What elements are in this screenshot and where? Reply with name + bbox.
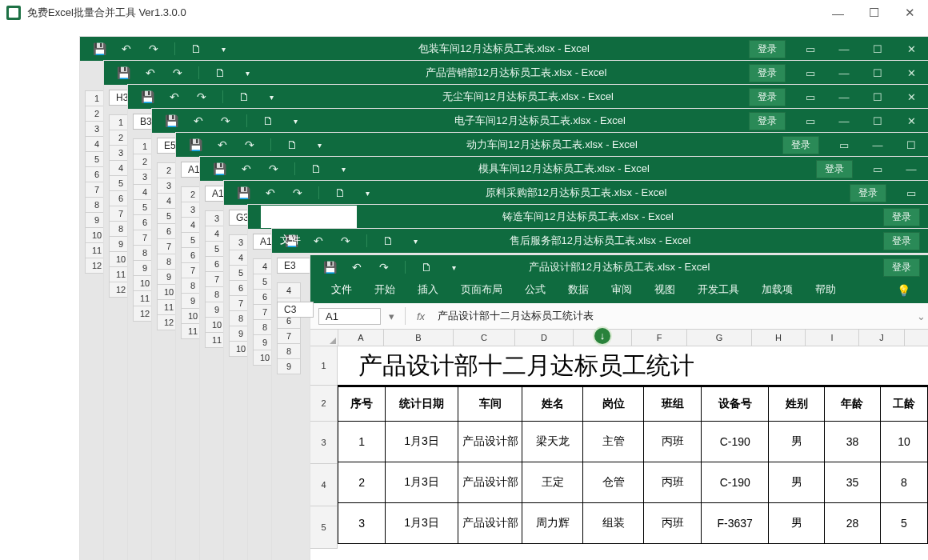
ribbon-mode-button[interactable]: ▭: [794, 109, 827, 133]
excel-titlebar[interactable]: 💾 ↶ ↷ 🗋 ▾ 动力车间12月达标员工表.xlsx - Excel 登录▭—…: [176, 133, 928, 157]
save-icon[interactable]: 💾: [189, 138, 202, 151]
excel-titlebar[interactable]: 💾 ↶ ↷ 🗋 ▾ 文件 售后服务部12月达标员工表.xlsx - Excel …: [272, 229, 928, 253]
column-header[interactable]: A: [338, 330, 384, 346]
excel-titlebar[interactable]: 💾 ↶ ↷ 🗋 ▾ 包装车间12月达标员工表.xlsx - Excel 登录▭—…: [80, 37, 928, 61]
tool-maximize-button[interactable]: ☐: [856, 0, 892, 26]
undo-icon[interactable]: ↶: [120, 42, 133, 55]
print-preview-icon[interactable]: 🗋: [310, 162, 322, 175]
formula-expand-icon[interactable]: ⌄: [914, 310, 928, 322]
print-preview-icon[interactable]: 🗋: [286, 138, 298, 151]
row-number[interactable]: 5: [310, 506, 338, 549]
row-number[interactable]: 7: [277, 328, 301, 344]
close-button[interactable]: ✕: [894, 109, 928, 133]
name-box[interactable]: A1: [318, 308, 381, 325]
ribbon-mode-button[interactable]: ▭: [794, 37, 827, 61]
column-header[interactable]: E↓: [574, 330, 632, 346]
close-button[interactable]: ✕: [894, 85, 928, 109]
restore-button[interactable]: ☐: [894, 133, 928, 157]
name-box-dropdown-icon[interactable]: ▾: [386, 310, 397, 322]
undo-icon[interactable]: ↶: [264, 186, 277, 199]
ribbon-mode-button[interactable]: ▭: [861, 157, 894, 181]
save-icon[interactable]: 💾: [213, 162, 226, 175]
name-box[interactable]: E3: [277, 258, 314, 274]
login-button[interactable]: 登录: [782, 136, 819, 154]
fx-icon[interactable]: fx: [417, 310, 425, 322]
ribbon-tab[interactable]: 审阅: [600, 278, 643, 303]
ribbon-tab[interactable]: 帮助: [804, 278, 847, 303]
qat-dropdown-icon[interactable]: ▾: [265, 90, 278, 103]
login-button[interactable]: 登录: [883, 232, 920, 250]
sheet-title-cell[interactable]: 产品设计部十二月达标员工统计: [338, 346, 928, 386]
redo-icon[interactable]: ↷: [243, 138, 256, 151]
select-all-gutter[interactable]: [310, 330, 338, 346]
column-header[interactable]: J: [859, 330, 905, 346]
restore-button[interactable]: ☐: [861, 61, 894, 85]
save-icon[interactable]: 💾: [141, 90, 154, 103]
restore-button[interactable]: ☐: [861, 85, 894, 109]
excel-titlebar[interactable]: 💾 ↶ ↷ 🗋 ▾ 模具车间12月达标员工表.xlsx - Excel 登录▭—: [200, 157, 928, 181]
qat-dropdown-icon[interactable]: ▾: [337, 162, 350, 175]
tool-titlebar[interactable]: 免费Excel批量合并工具 Ver1.3.0.0 — ☐ ✕: [0, 0, 928, 26]
ribbon-tab[interactable]: 插入: [406, 278, 450, 303]
ribbon-mode-button[interactable]: ▭: [894, 181, 928, 205]
ribbon-tab[interactable]: 公式: [514, 278, 557, 303]
qat-dropdown-icon[interactable]: ▾: [289, 114, 302, 127]
redo-icon[interactable]: ↷: [147, 42, 160, 55]
column-header[interactable]: B: [384, 330, 454, 346]
file-menu-label[interactable]: 文件: [280, 233, 301, 247]
minimize-button[interactable]: —: [827, 61, 861, 85]
excel-titlebar[interactable]: 💾 ↶ ↷ 🗋 ▾ 原料采购部12月达标员工表.xlsx - Excel 登录▭: [224, 181, 928, 205]
download-arrow-icon[interactable]: ↓: [594, 328, 610, 344]
qat-dropdown-icon[interactable]: ▾: [313, 138, 326, 151]
row-number[interactable]: 3: [310, 422, 338, 464]
login-button[interactable]: 登录: [850, 184, 886, 202]
column-header[interactable]: H: [752, 330, 806, 346]
undo-icon[interactable]: ↶: [350, 261, 363, 274]
print-preview-icon[interactable]: 🗋: [238, 90, 250, 103]
row-number[interactable]: 8: [277, 343, 301, 359]
excel-titlebar[interactable]: 💾 ↶ ↷ 🗋 ▾ 无尘车间12月达标员工表.xlsx - Excel 登录▭—…: [128, 85, 928, 109]
row-number[interactable]: 4: [310, 464, 338, 506]
undo-icon[interactable]: ↶: [216, 138, 229, 151]
print-preview-icon[interactable]: 🗋: [262, 114, 274, 127]
undo-icon[interactable]: ↶: [240, 162, 253, 175]
qat-dropdown-icon[interactable]: ▾: [447, 261, 460, 274]
ribbon-tab[interactable]: 视图: [643, 278, 686, 303]
row-number[interactable]: 1: [310, 346, 338, 386]
row-number[interactable]: 4: [277, 282, 301, 298]
qat-dropdown-icon[interactable]: ▾: [217, 42, 230, 55]
row-number[interactable]: 2: [310, 386, 338, 422]
tool-close-button[interactable]: ✕: [892, 0, 928, 26]
save-icon[interactable]: 💾: [93, 42, 106, 55]
ribbon-mode-button[interactable]: ▭: [794, 85, 827, 109]
login-button[interactable]: 登录: [749, 40, 786, 58]
minimize-button[interactable]: —: [861, 133, 894, 157]
minimize-button[interactable]: —: [894, 157, 928, 181]
minimize-button[interactable]: —: [827, 37, 861, 61]
save-icon[interactable]: 💾: [165, 114, 178, 127]
qat-dropdown-icon[interactable]: ▾: [361, 186, 374, 199]
ribbon-tab[interactable]: 开始: [363, 278, 406, 303]
column-header[interactable]: F: [632, 330, 687, 346]
print-preview-icon[interactable]: 🗋: [214, 66, 226, 79]
redo-icon[interactable]: ↷: [195, 90, 208, 103]
redo-icon[interactable]: ↷: [378, 261, 390, 274]
restore-button[interactable]: ☐: [861, 109, 894, 133]
ribbon-mode-button[interactable]: ▭: [794, 61, 827, 85]
table-row[interactable]: 31月3日产品设计部周力辉组装丙班F-3637男285: [338, 503, 928, 544]
excel-titlebar[interactable]: 铸造车间12月达标员工表.xlsx - Excel 登录: [248, 205, 928, 229]
qat-dropdown-icon[interactable]: ▾: [409, 234, 422, 247]
print-preview-icon[interactable]: 🗋: [334, 186, 346, 199]
ribbon-mode-button[interactable]: ▭: [827, 133, 861, 157]
ribbon-tab[interactable]: 文件: [320, 278, 363, 303]
undo-icon[interactable]: ↶: [312, 234, 325, 247]
redo-icon[interactable]: ↷: [219, 114, 232, 127]
table-row[interactable]: 11月3日产品设计部梁天龙主管丙班C-190男3810: [338, 422, 928, 462]
excel-window-active[interactable]: 💾 ↶ ↷ 🗋 ▾ 产品设计部12月达标员工表.xlsx - Excel 登录 …: [310, 255, 928, 560]
restore-button[interactable]: ☐: [861, 37, 894, 61]
qat-dropdown-icon[interactable]: ▾: [241, 66, 254, 79]
close-button[interactable]: ✕: [894, 61, 928, 85]
close-button[interactable]: ✕: [894, 37, 928, 61]
undo-icon[interactable]: ↶: [144, 66, 157, 79]
print-preview-icon[interactable]: 🗋: [420, 261, 433, 274]
